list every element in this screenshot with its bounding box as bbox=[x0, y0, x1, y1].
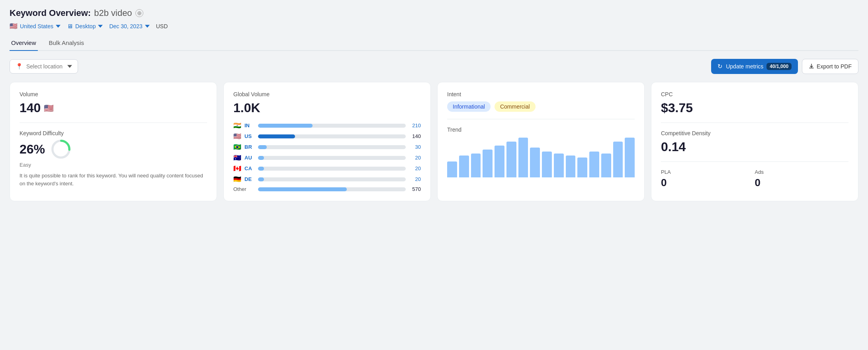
country-bar-fill bbox=[258, 134, 295, 138]
location-filter-button[interactable]: 🇺🇸 United States bbox=[10, 22, 61, 30]
trend-chart bbox=[447, 138, 635, 177]
page-header: Keyword Overview: b2b video ⊕ 🇺🇸 United … bbox=[10, 8, 858, 30]
trend-bar bbox=[613, 142, 623, 177]
country-code: AU bbox=[244, 155, 255, 161]
add-keyword-button[interactable]: ⊕ bbox=[135, 9, 143, 17]
country-flag: 🇮🇳 bbox=[233, 122, 241, 129]
chevron-down-icon bbox=[98, 24, 103, 29]
keyword-label: b2b video bbox=[94, 8, 132, 18]
gv-label: Global Volume bbox=[233, 91, 421, 97]
country-bar-fill bbox=[258, 145, 267, 149]
country-row: 🇺🇸 US 140 bbox=[233, 132, 421, 140]
pin-icon: 📍 bbox=[16, 63, 23, 70]
global-volume-card: Global Volume 1.0K 🇮🇳 IN 210 🇺🇸 US 140 🇧… bbox=[223, 82, 431, 201]
tab-bulk-analysis[interactable]: Bulk Analysis bbox=[47, 36, 86, 51]
trend-bar bbox=[506, 142, 516, 177]
filters-row: 🇺🇸 United States 🖥 Desktop Dec 30, 2023 … bbox=[10, 22, 858, 30]
trend-label: Trend bbox=[447, 126, 635, 133]
select-location-dropdown[interactable]: 📍 Select location bbox=[10, 59, 78, 74]
metrics-count-badge: 40/1,000 bbox=[766, 63, 792, 70]
country-row: 🇨🇦 CA 20 bbox=[233, 165, 421, 172]
trend-bar bbox=[518, 138, 528, 177]
pla-ads-row: PLA 0 Ads 0 bbox=[661, 169, 848, 189]
ads-metric: Ads 0 bbox=[755, 169, 849, 189]
country-bar-bg bbox=[258, 124, 406, 128]
pla-value: 0 bbox=[661, 177, 755, 189]
card-divider bbox=[447, 119, 635, 119]
trend-bar bbox=[530, 148, 540, 177]
other-label: Other bbox=[233, 186, 255, 192]
ads-label: Ads bbox=[755, 169, 849, 175]
intent-badge: Informational bbox=[447, 101, 491, 112]
volume-value: 140 🇺🇸 bbox=[20, 101, 207, 115]
intent-label: Intent bbox=[447, 91, 635, 97]
kd-value: 26% bbox=[20, 142, 45, 157]
country-bar-bg bbox=[258, 134, 406, 138]
cpc-card: CPC $3.75 Competitive Density 0.14 PLA 0… bbox=[651, 82, 858, 201]
trend-bar bbox=[459, 156, 469, 177]
country-bar-fill bbox=[258, 167, 264, 171]
ads-value: 0 bbox=[755, 177, 849, 189]
country-rows: 🇮🇳 IN 210 🇺🇸 US 140 🇧🇷 BR 30 🇦🇺 AU 20 🇨🇦… bbox=[233, 122, 421, 183]
chevron-down-icon bbox=[56, 24, 61, 29]
country-row: 🇦🇺 AU 20 bbox=[233, 154, 421, 161]
country-bar-fill bbox=[258, 124, 313, 128]
date-filter-button[interactable]: Dec 30, 2023 bbox=[109, 23, 149, 29]
country-code: BR bbox=[244, 144, 255, 150]
intent-badges: InformationalCommercial bbox=[447, 101, 635, 112]
device-filter-button[interactable]: 🖥 Desktop bbox=[67, 23, 103, 29]
country-bar-fill bbox=[258, 156, 264, 160]
chevron-down-icon bbox=[145, 24, 150, 29]
country-flag: 🇨🇦 bbox=[233, 165, 241, 172]
cpc-value: $3.75 bbox=[661, 101, 848, 115]
other-bar-fill bbox=[258, 187, 347, 191]
intent-trend-card: Intent InformationalCommercial Trend bbox=[437, 82, 645, 201]
kd-description: It is quite possible to rank for this ke… bbox=[20, 172, 207, 187]
export-pdf-label: Export to PDF bbox=[817, 63, 852, 70]
export-icon bbox=[809, 64, 814, 69]
select-location-label: Select location bbox=[26, 63, 63, 70]
pla-label: PLA bbox=[661, 169, 755, 175]
country-count: 210 bbox=[409, 122, 421, 128]
kd-label: Keyword Difficulty bbox=[20, 130, 207, 136]
card-divider bbox=[20, 122, 207, 123]
trend-bar bbox=[577, 158, 587, 177]
country-count: 30 bbox=[409, 144, 421, 150]
country-count: 20 bbox=[409, 176, 421, 182]
update-metrics-label: Update metrics bbox=[726, 63, 763, 70]
cards-grid: Volume 140 🇺🇸 Keyword Difficulty 26% Eas… bbox=[10, 82, 858, 201]
country-row: 🇮🇳 IN 210 bbox=[233, 122, 421, 129]
country-count: 140 bbox=[409, 133, 421, 139]
competitive-density-label: Competitive Density bbox=[661, 130, 848, 136]
trend-bar bbox=[589, 152, 599, 177]
country-flag: 🇩🇪 bbox=[233, 175, 241, 183]
country-code: DE bbox=[244, 176, 255, 182]
trend-bar bbox=[554, 154, 564, 177]
trend-bar bbox=[542, 152, 552, 177]
tab-overview[interactable]: Overview bbox=[10, 36, 38, 51]
country-count: 20 bbox=[409, 155, 421, 161]
toolbar-right: ↻ Update metrics 40/1,000 Export to PDF bbox=[711, 59, 858, 74]
trend-bar bbox=[447, 161, 457, 177]
other-count: 570 bbox=[409, 186, 421, 192]
title-label: Keyword Overview: bbox=[10, 8, 91, 18]
country-code: US bbox=[244, 133, 255, 139]
pla-metric: PLA 0 bbox=[661, 169, 755, 189]
export-pdf-button[interactable]: Export to PDF bbox=[802, 59, 858, 74]
country-code: IN bbox=[244, 122, 255, 128]
chevron-down-icon bbox=[67, 65, 72, 68]
country-bar-fill bbox=[258, 177, 264, 181]
country-row: 🇩🇪 DE 20 bbox=[233, 175, 421, 183]
trend-bar bbox=[471, 154, 481, 177]
volume-flag: 🇺🇸 bbox=[44, 103, 54, 113]
volume-kd-card: Volume 140 🇺🇸 Keyword Difficulty 26% Eas… bbox=[10, 82, 217, 201]
country-bar-bg bbox=[258, 167, 406, 171]
location-label: United States bbox=[20, 23, 53, 29]
trend-bar bbox=[566, 156, 576, 177]
kd-row: 26% bbox=[20, 140, 207, 159]
trend-bar bbox=[483, 150, 493, 177]
intent-section: Intent InformationalCommercial bbox=[447, 91, 635, 112]
trend-bar bbox=[625, 138, 635, 177]
update-metrics-button[interactable]: ↻ Update metrics 40/1,000 bbox=[711, 59, 798, 74]
device-label: Desktop bbox=[75, 23, 96, 29]
